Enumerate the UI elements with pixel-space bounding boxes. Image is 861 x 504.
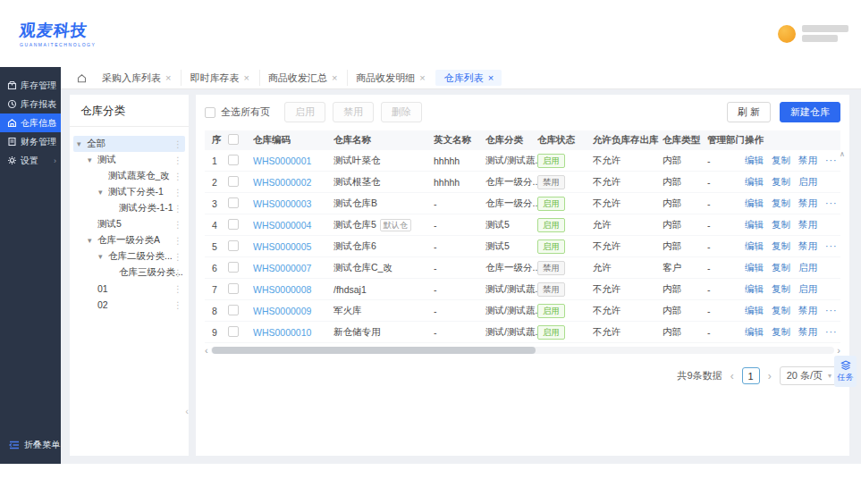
caret-down-icon[interactable]: ▾ xyxy=(88,155,97,164)
node-more-icon[interactable]: ⋮ xyxy=(173,139,182,149)
tree-node[interactable]: ▾ 01 ⋮ xyxy=(73,281,185,297)
node-more-icon[interactable]: ⋮ xyxy=(173,252,182,262)
panel-collapse-icon[interactable]: ‹ xyxy=(185,406,189,416)
tree-node[interactable]: ▾ 仓库二级分类... ⋮ xyxy=(73,248,185,265)
node-more-icon[interactable]: ⋮ xyxy=(173,220,182,230)
tree-node[interactable]: ▾ 测试5 ⋮ xyxy=(73,216,185,232)
more-actions-link[interactable]: ··· xyxy=(825,240,838,253)
node-more-icon[interactable]: ⋮ xyxy=(173,268,182,278)
copy-link[interactable]: 复制 xyxy=(772,176,790,189)
toggle-status-link[interactable]: 禁用 xyxy=(798,305,817,317)
task-fab[interactable]: 任务 xyxy=(834,356,857,387)
warehouse-code-link[interactable]: WHS0000009 xyxy=(253,306,311,316)
tree-node[interactable]: ▾ 测试蔬菜仓_改 ⋮ xyxy=(73,168,185,184)
node-more-icon[interactable]: ⋮ xyxy=(173,284,182,294)
warehouse-code-link[interactable]: WHS0000007 xyxy=(253,263,311,273)
scrollbar-track[interactable] xyxy=(211,347,835,354)
edit-link[interactable]: 编辑 xyxy=(745,155,764,167)
tree-node[interactable]: ▾ 仓库一级分类A ⋮ xyxy=(73,232,185,248)
node-more-icon[interactable]: ⋮ xyxy=(173,155,182,165)
warehouse-code-link[interactable]: WHS0000005 xyxy=(253,241,311,252)
caret-down-icon[interactable]: ▾ xyxy=(98,252,108,261)
copy-link[interactable]: 复制 xyxy=(772,305,790,317)
edit-link[interactable]: 编辑 xyxy=(745,240,764,253)
page-number[interactable]: 1 xyxy=(742,367,760,384)
tree-node[interactable]: ▾ 测试 ⋮ xyxy=(73,152,185,168)
tree-node[interactable]: ▾ 02 ⋮ xyxy=(73,297,185,313)
edit-link[interactable]: 编辑 xyxy=(745,219,764,231)
node-more-icon[interactable]: ⋮ xyxy=(173,300,182,310)
caret-down-icon[interactable]: ▾ xyxy=(77,139,87,148)
tab-close-icon[interactable]: × xyxy=(332,71,337,84)
copy-link[interactable]: 复制 xyxy=(772,240,790,253)
node-more-icon[interactable]: ⋮ xyxy=(173,188,182,197)
avatar[interactable] xyxy=(778,25,796,43)
row-checkbox[interactable] xyxy=(228,219,239,230)
row-checkbox[interactable] xyxy=(228,283,239,294)
node-more-icon[interactable]: ⋮ xyxy=(173,236,182,246)
home-tab[interactable] xyxy=(72,73,92,83)
warehouse-code-link[interactable]: WHS0000002 xyxy=(253,177,311,188)
tab[interactable]: 采购入库列表 × xyxy=(94,70,179,86)
tab-close-icon[interactable]: × xyxy=(488,71,494,84)
horizontal-scrollbar[interactable]: ‹ › xyxy=(205,346,840,355)
edit-link[interactable]: 编辑 xyxy=(745,176,764,189)
tab-close-icon[interactable]: × xyxy=(419,71,425,84)
prev-page-icon[interactable]: ‹ xyxy=(730,370,734,382)
user-menu[interactable] xyxy=(778,25,848,43)
edit-link[interactable]: 编辑 xyxy=(745,197,764,210)
next-page-icon[interactable]: › xyxy=(768,370,772,382)
toggle-status-link[interactable]: 禁用 xyxy=(798,219,817,231)
tree-node[interactable]: ▾ 测试下分类-1 ⋮ xyxy=(73,184,185,200)
tree-node[interactable]: ▾ 测试分类-1-1 ⋮ xyxy=(73,200,185,216)
sidebar-item-inventory-report[interactable]: 库存报表 › xyxy=(0,95,61,113)
bulk-disable-button[interactable]: 禁用 xyxy=(333,102,374,122)
row-checkbox[interactable] xyxy=(228,176,239,187)
tab-close-icon[interactable]: × xyxy=(165,71,171,84)
caret-down-icon[interactable]: ▾ xyxy=(88,236,97,245)
tab-close-icon[interactable]: × xyxy=(243,71,249,84)
bulk-delete-button[interactable]: 删除 xyxy=(381,102,422,122)
toggle-status-link[interactable]: 启用 xyxy=(798,262,817,274)
warehouse-code-link[interactable]: WHS0000001 xyxy=(253,155,311,166)
more-actions-link[interactable]: ··· xyxy=(825,155,838,167)
scroll-left-icon[interactable]: ‹ xyxy=(205,345,208,356)
select-all-pages[interactable]: 全选所有页 xyxy=(205,105,270,119)
vertical-scrollbar[interactable]: ∧ ∨ xyxy=(838,150,847,378)
edit-link[interactable]: 编辑 xyxy=(745,283,764,296)
copy-link[interactable]: 复制 xyxy=(772,283,790,296)
copy-link[interactable]: 复制 xyxy=(772,326,790,339)
row-checkbox[interactable] xyxy=(228,155,239,165)
refresh-button[interactable]: 刷 新 xyxy=(727,102,771,122)
sidebar-item-finance-mgmt[interactable]: 财务管理 › xyxy=(0,132,61,151)
row-checkbox[interactable] xyxy=(228,240,239,251)
copy-link[interactable]: 复制 xyxy=(772,197,790,210)
tab[interactable]: 商品收发汇总 × xyxy=(259,70,345,86)
edit-link[interactable]: 编辑 xyxy=(745,326,764,339)
warehouse-code-link[interactable]: WHS0000003 xyxy=(253,198,311,209)
toggle-status-link[interactable]: 启用 xyxy=(798,176,817,189)
scroll-up-icon[interactable]: ∧ xyxy=(840,150,845,158)
bulk-enable-button[interactable]: 启用 xyxy=(284,102,325,122)
row-checkbox[interactable] xyxy=(228,326,239,337)
warehouse-code-link[interactable]: WHS0000010 xyxy=(253,327,311,338)
toggle-status-link[interactable]: 禁用 xyxy=(798,240,817,253)
page-size-select[interactable]: 20 条/页 ▾ xyxy=(780,366,839,385)
toggle-status-link[interactable]: 禁用 xyxy=(798,326,817,339)
row-checkbox[interactable] xyxy=(228,262,239,273)
more-actions-link[interactable]: ··· xyxy=(825,305,838,317)
caret-down-icon[interactable]: ▾ xyxy=(98,188,108,197)
more-actions-link[interactable]: ··· xyxy=(825,197,838,210)
create-warehouse-button[interactable]: 新建仓库 xyxy=(780,102,840,122)
warehouse-code-link[interactable]: WHS0000008 xyxy=(253,284,311,295)
node-more-icon[interactable]: ⋮ xyxy=(173,204,182,214)
sidebar-item-inventory-mgmt[interactable]: 库存管理 › xyxy=(0,76,61,95)
toggle-status-link[interactable]: 禁用 xyxy=(798,155,817,167)
sidebar-item-warehouse-info[interactable]: 仓库信息 › xyxy=(0,113,61,132)
row-checkbox[interactable] xyxy=(228,197,239,208)
copy-link[interactable]: 复制 xyxy=(772,262,790,274)
warehouse-code-link[interactable]: WHS0000004 xyxy=(253,220,311,231)
scrollbar-thumb[interactable] xyxy=(212,347,536,354)
copy-link[interactable]: 复制 xyxy=(772,155,790,167)
toggle-status-link[interactable]: 禁用 xyxy=(798,197,817,210)
